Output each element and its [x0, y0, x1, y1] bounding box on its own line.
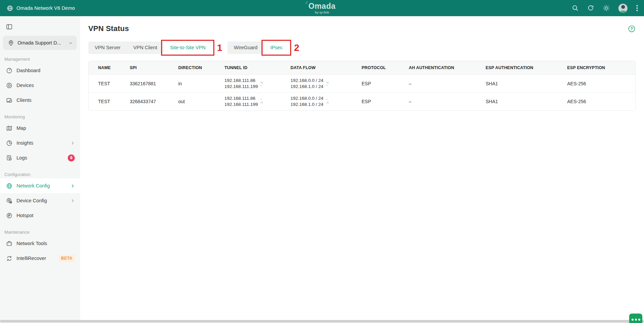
brand-name: Omada	[308, 2, 335, 10]
flow-remote: 192.168.1.0 / 24	[290, 101, 324, 108]
cell-spi: 3268433747	[130, 92, 178, 110]
globe-site-icon	[7, 5, 13, 11]
vpn-tabs: VPN Server VPN Client Site-to-Site VPN 1…	[88, 41, 636, 54]
site-selector-label: Omada Support D...	[18, 40, 68, 46]
sidebar-item-map[interactable]: Map	[0, 121, 80, 136]
tunnel-remote: 192.168.111.199	[224, 84, 258, 90]
chat-dot-icon	[638, 319, 640, 321]
cell-esp-authentication: SHA1	[486, 75, 567, 92]
page-title: VPN Status	[88, 24, 129, 33]
theme-brightness-icon[interactable]	[603, 5, 610, 11]
topbar-site[interactable]: Omada Network V6 Demo	[7, 5, 75, 11]
sidebar-item-hotspot[interactable]: Hotspot	[0, 208, 80, 223]
direction-in-arrow-icon	[326, 81, 332, 87]
cell-esp-encryption: AES-256	[567, 75, 635, 92]
tab-label: IPsec	[270, 45, 282, 50]
brand-subtitle: by tp-link	[308, 11, 335, 14]
sidebar-item-device-config[interactable]: Device Config	[0, 193, 80, 208]
cell-esp-encryption: AES-256	[567, 92, 635, 110]
sidebar-item-intellirecover[interactable]: IntelliRecover BETA	[0, 251, 80, 266]
sidebar-item-label: Devices	[17, 83, 75, 88]
main-content: VPN Status ? VPN Server VPN Client Site-…	[80, 16, 644, 320]
scrollbar-thumb[interactable]	[0, 320, 644, 322]
tab-ipsec[interactable]: IPsec 2	[264, 41, 289, 54]
hotspot-icon	[6, 212, 12, 219]
logs-count-badge: 8	[68, 154, 75, 162]
cell-spi: 3362167881	[130, 75, 178, 92]
section-label-configuration: Configuration	[4, 172, 80, 177]
cell-direction: in	[178, 75, 224, 92]
col-header-ah-authentication: AH AUTHENTICATION	[409, 61, 486, 75]
user-avatar[interactable]	[618, 4, 627, 13]
col-header-tunnel-id: TUNNEL ID	[224, 61, 290, 75]
sidebar-item-network-config[interactable]: Network Config	[0, 178, 80, 193]
col-header-spi: SPI	[130, 61, 178, 75]
col-header-name: NAME	[89, 61, 130, 75]
chevron-right-icon	[70, 199, 75, 203]
sidebar-item-logs[interactable]: Logs 8	[0, 150, 80, 165]
sidebar-item-label: Device Config	[17, 198, 70, 203]
cell-ah-authentication: –	[409, 75, 486, 92]
refresh-icon[interactable]	[587, 5, 594, 11]
cell-tunnel-id: 192.168.111.86 192.168.111.199	[224, 92, 290, 110]
cell-ah-authentication: –	[409, 92, 486, 110]
horizontal-scrollbar[interactable]	[0, 320, 644, 322]
sidebar-item-label: Network Config	[17, 183, 70, 188]
tunnel-remote: 192.168.111.199	[224, 101, 258, 108]
flow-local: 192.168.0.0 / 24	[290, 95, 324, 101]
topbar: Omada Network V6 Demo Omada by tp-link	[0, 0, 644, 16]
sidebar-item-devices[interactable]: Devices	[0, 78, 80, 93]
cell-name: TEST	[89, 92, 130, 110]
device-config-gear-icon	[6, 198, 12, 204]
logs-icon	[6, 155, 12, 161]
sidebar-item-label: IntelliRecover	[17, 256, 55, 261]
sidebar-item-insights[interactable]: Insights	[0, 136, 80, 150]
clients-icon	[6, 97, 12, 104]
flow-remote: 192.168.1.0 / 24	[290, 84, 324, 90]
site-selector[interactable]: Omada Support D...	[3, 36, 77, 50]
chevron-right-icon	[70, 184, 75, 188]
tab-wireguard[interactable]: WireGuard	[227, 41, 264, 54]
col-header-protocol: PROTOCOL	[362, 61, 409, 75]
beta-badge: BETA	[59, 255, 75, 262]
annotation-number-2: 2	[294, 41, 299, 54]
tab-vpn-client[interactable]: VPN Client	[127, 41, 164, 54]
recover-refresh-icon	[6, 255, 12, 262]
section-label-monitoring: Monitoring	[4, 114, 80, 119]
cell-esp-authentication: SHA1	[486, 92, 567, 110]
col-header-direction: DIRECTION	[178, 61, 224, 75]
help-icon[interactable]: ?	[628, 25, 636, 33]
section-label-management: Management	[4, 57, 80, 62]
chat-dot-icon	[632, 319, 634, 321]
cell-protocol: ESP	[362, 75, 409, 92]
chevron-down-icon	[68, 41, 73, 45]
sidebar-item-label: Insights	[17, 140, 70, 146]
sidebar-item-clients[interactable]: Clients	[0, 93, 80, 108]
tab-site-to-site-vpn[interactable]: Site-to-Site VPN 1	[163, 41, 212, 54]
chevron-right-icon	[70, 141, 75, 145]
tab-vpn-server[interactable]: VPN Server	[88, 41, 127, 54]
map-icon	[6, 125, 12, 131]
sidebar-item-dashboard[interactable]: Dashboard	[0, 63, 80, 78]
network-config-globe-icon	[6, 183, 12, 189]
sidebar-item-network-tools[interactable]: Network Tools	[0, 236, 80, 251]
chat-feedback-button[interactable]	[629, 314, 642, 323]
col-header-esp-encryption: ESP ENCRYPTION	[567, 61, 635, 75]
direction-out-arrow-icon	[326, 98, 332, 105]
cell-data-flow: 192.168.0.0 / 24 192.168.1.0 / 24	[290, 75, 362, 92]
location-pin-icon	[8, 40, 14, 46]
cell-tunnel-id: 192.168.111.86 192.168.111.199	[224, 75, 290, 92]
omada-logo: Omada by tp-link	[308, 2, 335, 14]
protocol-tab-group: WireGuard IPsec 2	[227, 41, 289, 54]
cell-protocol: ESP	[362, 92, 409, 110]
search-icon[interactable]	[572, 5, 579, 11]
logo-rays-icon	[305, 1, 309, 5]
section-label-maintenance: Maintenance	[4, 230, 80, 235]
devices-icon	[6, 82, 12, 89]
more-menu-icon[interactable]	[636, 5, 638, 11]
col-header-esp-authentication: ESP AUTHENTICATION	[486, 61, 567, 75]
svg-text:?: ?	[631, 27, 633, 31]
sidebar-item-label: Hotspot	[17, 213, 75, 218]
sidebar: Omada Support D... Management Dashboard …	[0, 16, 80, 320]
sidebar-collapse-icon[interactable]	[6, 23, 13, 30]
